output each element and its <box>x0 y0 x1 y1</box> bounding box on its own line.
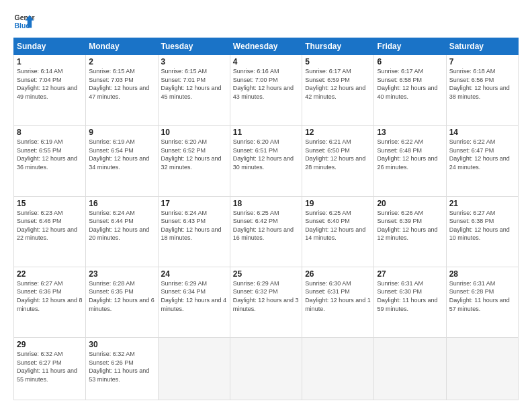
calendar-cell: 12Sunrise: 6:21 AMSunset: 6:50 PMDayligh… <box>302 126 374 196</box>
day-info: Sunrise: 6:17 AMSunset: 6:58 PMDaylight:… <box>377 67 443 101</box>
day-info: Sunrise: 6:16 AMSunset: 7:00 PMDaylight:… <box>233 67 299 101</box>
day-info: Sunrise: 6:21 AMSunset: 6:50 PMDaylight:… <box>305 138 371 171</box>
day-info: Sunrise: 6:24 AMSunset: 6:44 PMDaylight:… <box>89 209 154 242</box>
weekday-header-row: SundayMondayTuesdayWednesdayThursdayFrid… <box>14 38 519 55</box>
day-info: Sunrise: 6:15 AMSunset: 7:01 PMDaylight:… <box>161 67 227 101</box>
day-number: 11 <box>233 128 299 137</box>
calendar-cell: 6Sunrise: 6:17 AMSunset: 6:58 PMDaylight… <box>374 55 446 126</box>
day-number: 8 <box>17 128 83 137</box>
day-number: 20 <box>377 199 443 208</box>
day-number: 9 <box>89 128 154 137</box>
calendar-cell <box>446 338 518 400</box>
day-number: 1 <box>17 57 83 66</box>
day-info: Sunrise: 6:25 AMSunset: 6:42 PMDaylight:… <box>233 209 299 242</box>
calendar-cell <box>230 338 302 400</box>
weekday-header-friday: Friday <box>374 38 446 55</box>
week-row-4: 22Sunrise: 6:27 AMSunset: 6:36 PMDayligh… <box>14 267 519 337</box>
day-info: Sunrise: 6:31 AMSunset: 6:30 PMDaylight:… <box>377 279 443 313</box>
day-number: 4 <box>233 57 299 66</box>
day-number: 22 <box>17 269 83 279</box>
weekday-header-monday: Monday <box>86 38 158 55</box>
day-info: Sunrise: 6:15 AMSunset: 7:03 PMDaylight:… <box>89 67 154 101</box>
day-number: 26 <box>305 269 371 279</box>
header: General Blue <box>13 11 519 32</box>
calendar-cell: 28Sunrise: 6:31 AMSunset: 6:28 PMDayligh… <box>446 267 518 337</box>
day-number: 27 <box>377 269 443 279</box>
calendar-cell: 8Sunrise: 6:19 AMSunset: 6:55 PMDaylight… <box>14 126 86 196</box>
calendar-cell: 26Sunrise: 6:30 AMSunset: 6:31 PMDayligh… <box>302 267 374 337</box>
calendar-cell: 16Sunrise: 6:24 AMSunset: 6:44 PMDayligh… <box>86 196 158 267</box>
day-number: 17 <box>161 199 227 208</box>
calendar-cell: 14Sunrise: 6:22 AMSunset: 6:47 PMDayligh… <box>446 126 518 196</box>
day-number: 19 <box>305 199 371 208</box>
day-number: 12 <box>305 128 371 137</box>
weekday-header-thursday: Thursday <box>302 38 374 55</box>
weekday-header-wednesday: Wednesday <box>230 38 302 55</box>
week-row-5: 29Sunrise: 6:32 AMSunset: 6:27 PMDayligh… <box>14 338 519 400</box>
day-info: Sunrise: 6:19 AMSunset: 6:55 PMDaylight:… <box>17 138 83 171</box>
logo: General Blue <box>13 11 35 32</box>
calendar-cell <box>302 338 374 400</box>
day-number: 16 <box>89 199 154 208</box>
calendar-cell: 13Sunrise: 6:22 AMSunset: 6:48 PMDayligh… <box>374 126 446 196</box>
weekday-header-sunday: Sunday <box>14 38 86 55</box>
day-info: Sunrise: 6:22 AMSunset: 6:47 PMDaylight:… <box>449 138 515 171</box>
calendar-cell: 11Sunrise: 6:20 AMSunset: 6:51 PMDayligh… <box>230 126 302 196</box>
day-info: Sunrise: 6:19 AMSunset: 6:54 PMDaylight:… <box>89 138 154 171</box>
calendar-cell: 22Sunrise: 6:27 AMSunset: 6:36 PMDayligh… <box>14 267 86 337</box>
day-info: Sunrise: 6:22 AMSunset: 6:48 PMDaylight:… <box>377 138 443 171</box>
day-info: Sunrise: 6:20 AMSunset: 6:52 PMDaylight:… <box>161 138 227 171</box>
day-number: 3 <box>161 57 227 66</box>
day-info: Sunrise: 6:27 AMSunset: 6:36 PMDaylight:… <box>17 279 83 313</box>
day-info: Sunrise: 6:32 AMSunset: 6:27 PMDaylight:… <box>17 350 83 383</box>
day-number: 15 <box>17 199 83 208</box>
calendar-cell: 29Sunrise: 6:32 AMSunset: 6:27 PMDayligh… <box>14 338 86 400</box>
day-number: 21 <box>449 199 515 208</box>
day-number: 6 <box>377 57 443 66</box>
day-info: Sunrise: 6:30 AMSunset: 6:31 PMDaylight:… <box>305 279 371 313</box>
calendar-cell: 7Sunrise: 6:18 AMSunset: 6:56 PMDaylight… <box>446 55 518 126</box>
calendar-cell: 27Sunrise: 6:31 AMSunset: 6:30 PMDayligh… <box>374 267 446 337</box>
calendar-cell: 19Sunrise: 6:25 AMSunset: 6:40 PMDayligh… <box>302 196 374 267</box>
week-row-3: 15Sunrise: 6:23 AMSunset: 6:46 PMDayligh… <box>14 196 519 267</box>
weekday-header-saturday: Saturday <box>446 38 518 55</box>
week-row-1: 1Sunrise: 6:14 AMSunset: 7:04 PMDaylight… <box>14 55 519 126</box>
day-number: 10 <box>161 128 227 137</box>
calendar-cell: 3Sunrise: 6:15 AMSunset: 7:01 PMDaylight… <box>158 55 230 126</box>
day-info: Sunrise: 6:24 AMSunset: 6:43 PMDaylight:… <box>161 209 227 242</box>
day-info: Sunrise: 6:29 AMSunset: 6:32 PMDaylight:… <box>233 279 299 313</box>
calendar-cell: 15Sunrise: 6:23 AMSunset: 6:46 PMDayligh… <box>14 196 86 267</box>
day-info: Sunrise: 6:32 AMSunset: 6:26 PMDaylight:… <box>89 350 154 383</box>
day-number: 2 <box>89 57 154 66</box>
week-row-2: 8Sunrise: 6:19 AMSunset: 6:55 PMDaylight… <box>14 126 519 196</box>
calendar-cell: 25Sunrise: 6:29 AMSunset: 6:32 PMDayligh… <box>230 267 302 337</box>
day-info: Sunrise: 6:20 AMSunset: 6:51 PMDaylight:… <box>233 138 299 171</box>
calendar-cell: 18Sunrise: 6:25 AMSunset: 6:42 PMDayligh… <box>230 196 302 267</box>
page: General Blue SundayMondayTuesdayWednesda… <box>0 0 532 411</box>
weekday-header-tuesday: Tuesday <box>158 38 230 55</box>
day-number: 23 <box>89 269 154 279</box>
calendar-cell: 20Sunrise: 6:26 AMSunset: 6:39 PMDayligh… <box>374 196 446 267</box>
day-number: 13 <box>377 128 443 137</box>
day-number: 25 <box>233 269 299 279</box>
day-info: Sunrise: 6:27 AMSunset: 6:38 PMDaylight:… <box>449 209 515 242</box>
calendar-cell: 21Sunrise: 6:27 AMSunset: 6:38 PMDayligh… <box>446 196 518 267</box>
day-info: Sunrise: 6:18 AMSunset: 6:56 PMDaylight:… <box>449 67 515 101</box>
day-number: 7 <box>449 57 515 66</box>
day-info: Sunrise: 6:14 AMSunset: 7:04 PMDaylight:… <box>17 67 83 101</box>
day-info: Sunrise: 6:31 AMSunset: 6:28 PMDaylight:… <box>449 279 515 313</box>
day-number: 18 <box>233 199 299 208</box>
day-info: Sunrise: 6:17 AMSunset: 6:59 PMDaylight:… <box>305 67 371 101</box>
calendar-cell: 23Sunrise: 6:28 AMSunset: 6:35 PMDayligh… <box>86 267 158 337</box>
day-number: 14 <box>449 128 515 137</box>
day-number: 5 <box>305 57 371 66</box>
day-info: Sunrise: 6:28 AMSunset: 6:35 PMDaylight:… <box>89 279 154 313</box>
calendar-cell: 1Sunrise: 6:14 AMSunset: 7:04 PMDaylight… <box>14 55 86 126</box>
calendar-cell: 17Sunrise: 6:24 AMSunset: 6:43 PMDayligh… <box>158 196 230 267</box>
calendar-cell: 5Sunrise: 6:17 AMSunset: 6:59 PMDaylight… <box>302 55 374 126</box>
calendar-cell: 30Sunrise: 6:32 AMSunset: 6:26 PMDayligh… <box>86 338 158 400</box>
day-number: 28 <box>449 269 515 279</box>
logo-icon: General Blue <box>13 11 35 32</box>
day-number: 24 <box>161 269 227 279</box>
day-info: Sunrise: 6:26 AMSunset: 6:39 PMDaylight:… <box>377 209 443 242</box>
